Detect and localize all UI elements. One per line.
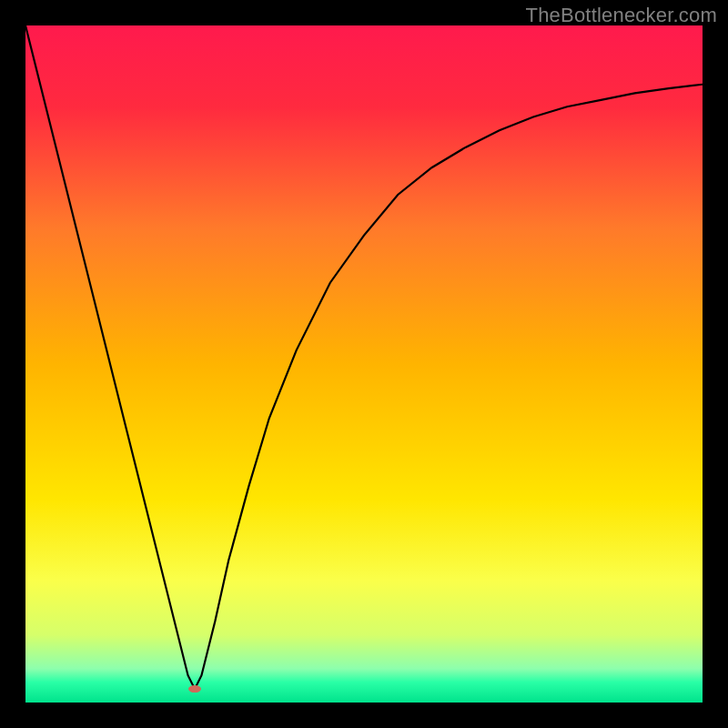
plot-area bbox=[25, 25, 703, 703]
chart-frame: TheBottlenecker.com bbox=[0, 0, 728, 728]
watermark-text: TheBottlenecker.com bbox=[526, 4, 717, 27]
gradient-background bbox=[25, 25, 703, 703]
chart-svg bbox=[25, 25, 703, 703]
optimal-marker bbox=[188, 685, 201, 693]
